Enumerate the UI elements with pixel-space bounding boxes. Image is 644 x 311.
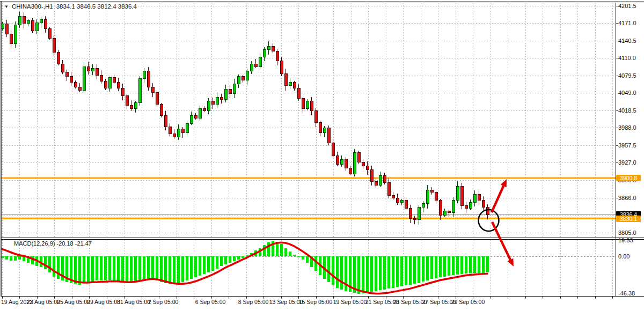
bear-candle	[482, 200, 485, 207]
bear-candle	[254, 64, 257, 66]
price-axis-label: 4049.0	[618, 90, 636, 96]
macd-histogram-bar	[314, 256, 317, 271]
bear-candle	[194, 115, 197, 118]
macd-scale-label: 19.53	[618, 238, 633, 243]
macd-histogram-bar	[160, 256, 163, 282]
macd-histogram-bar	[224, 256, 227, 264]
macd-histogram-bar	[10, 256, 12, 261]
macd-histogram-bar	[418, 256, 420, 283]
bull-candle	[422, 204, 425, 207]
bear-candle	[126, 95, 128, 105]
macd-histogram-bar	[216, 256, 218, 269]
bull-candle	[83, 67, 85, 91]
macd-histogram-bar	[138, 256, 141, 280]
price-axis-label: 4110.0	[618, 55, 636, 61]
bear-candle	[280, 61, 283, 73]
bull-candle	[1, 24, 4, 29]
bear-candle	[100, 76, 103, 82]
bear-candle	[478, 195, 480, 201]
bear-candle	[31, 20, 34, 31]
bear-candle	[147, 71, 150, 87]
bull-candle	[452, 200, 455, 212]
hline-price-badge: 3900.8	[616, 175, 641, 181]
bull-candle	[379, 175, 382, 185]
bear-candle	[465, 206, 467, 208]
bear-candle	[430, 190, 433, 192]
macd-histogram-bar	[426, 256, 429, 280]
bear-candle	[383, 175, 386, 182]
time-axis-label: 31 Aug 05:00	[117, 299, 150, 305]
bullish-arrow-annotation[interactable]	[492, 186, 503, 212]
bearish-arrow-annotation[interactable]	[492, 222, 510, 260]
macd-histogram-bar	[14, 256, 17, 261]
bear-candle	[439, 200, 442, 215]
macd-histogram-bar	[409, 256, 412, 285]
macd-histogram-bar	[190, 256, 193, 279]
chart-window: ▼ CHINA300-,H1 3834.1 3846.5 3812.4 3836…	[0, 0, 644, 311]
macd-histogram-bar	[280, 244, 283, 256]
price-axis-label: 3957.5	[618, 143, 636, 149]
bear-candle	[345, 160, 347, 168]
macd-histogram-bar	[207, 256, 210, 272]
macd-histogram-bar	[211, 256, 214, 271]
time-axis-label: 8 Sep 05:00	[238, 299, 269, 305]
bear-candle	[57, 53, 60, 64]
chart-canvas[interactable]	[0, 0, 644, 311]
bear-candle	[44, 19, 47, 28]
macd-histogram-bar	[375, 256, 377, 291]
macd-histogram-bar	[302, 256, 304, 260]
bear-candle	[181, 129, 184, 132]
bull-candle	[259, 57, 261, 67]
bull-candle	[27, 20, 30, 23]
macd-histogram-bar	[186, 256, 188, 280]
macd-histogram-bar	[473, 256, 476, 273]
macd-indicator-label: MACD(12,26,9) -20.18 -21.47	[14, 240, 92, 247]
bear-candle	[211, 101, 214, 104]
bull-candle	[426, 190, 429, 204]
price-axis-label: 4140.5	[618, 38, 636, 44]
bear-candle	[405, 200, 407, 208]
bull-candle	[177, 129, 180, 137]
bear-candle	[272, 46, 274, 51]
price-axis-label: 4079.5	[618, 73, 636, 79]
bear-candle	[362, 162, 364, 166]
price-axis-label: 4018.5	[618, 108, 636, 114]
macd-histogram-bar	[87, 256, 90, 282]
price-axis-label: 3805.0	[618, 230, 636, 236]
bear-candle	[220, 97, 223, 99]
bear-candle	[87, 67, 90, 71]
bear-candle	[229, 89, 231, 94]
macd-histogram-bar	[117, 256, 120, 282]
symbol-dropdown-icon[interactable]: ▼	[4, 4, 9, 9]
macd-histogram-bar	[336, 256, 339, 288]
bear-candle	[203, 109, 206, 111]
macd-histogram-bar	[439, 256, 442, 277]
bear-candle	[332, 143, 334, 156]
bear-candle	[366, 166, 369, 169]
bear-candle	[486, 207, 489, 215]
macd-histogram-bar	[100, 256, 103, 280]
bear-candle	[314, 111, 317, 122]
macd-histogram-bar	[357, 256, 360, 294]
macd-histogram-bar	[156, 256, 158, 280]
macd-histogram-bar	[126, 256, 128, 283]
bear-candle	[349, 168, 352, 174]
bear-candle	[5, 24, 8, 34]
bull-candle	[306, 101, 309, 109]
bull-candle	[35, 23, 38, 31]
macd-histogram-bar	[143, 256, 145, 279]
macd-histogram-bar	[151, 256, 154, 279]
bull-candle	[353, 153, 356, 174]
macd-histogram-bar	[327, 256, 330, 282]
bull-candle	[418, 207, 420, 219]
bear-candle	[396, 198, 399, 203]
bull-candle	[323, 128, 326, 133]
macd-histogram-bar	[422, 256, 425, 282]
macd-histogram-bar	[91, 256, 94, 282]
macd-histogram-bar	[241, 256, 244, 258]
bear-candle	[10, 34, 12, 44]
bear-candle	[413, 218, 416, 219]
bear-candle	[370, 170, 373, 181]
macd-histogram-bar	[121, 256, 124, 282]
symbol-title: CHINA300-,H1	[12, 3, 53, 10]
